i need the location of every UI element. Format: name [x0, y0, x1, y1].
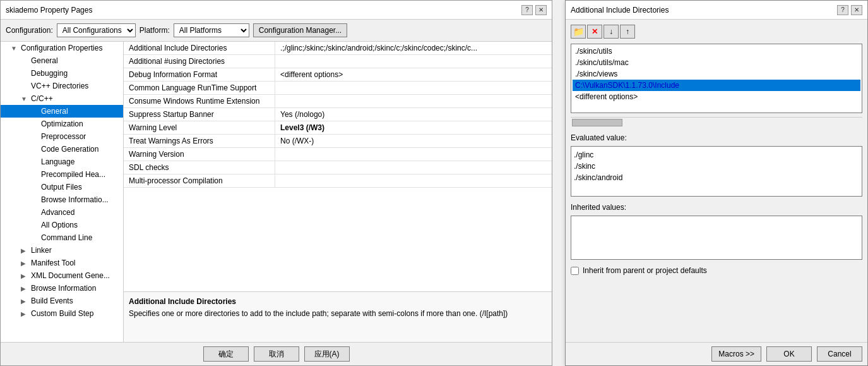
evaluated-label: Evaluated value: [571, 133, 862, 142]
eval-line: ./glinc [574, 149, 859, 161]
apply-button[interactable]: 应用(A) [304, 346, 350, 362]
tree-item-label: Custom Build Step [31, 309, 93, 318]
expand-icon: ▼ [21, 95, 31, 102]
description-area: Additional Include Directories Specifies… [124, 291, 552, 342]
tree-item-xml-doc[interactable]: ▶ XML Document Gene... [1, 269, 123, 282]
tree-item-browse-info-cpp[interactable]: Browse Informatio... [1, 193, 123, 206]
props-row-additional-using[interactable]: Additional #using Directories [124, 55, 552, 68]
content-area: ▼ Configuration Properties General Debug… [1, 42, 552, 342]
tree-item-label: Configuration Properties [21, 44, 102, 52]
props-row-clr[interactable]: Common Language RunTime Support [124, 82, 552, 95]
move-down-button[interactable]: ↓ [603, 25, 619, 39]
expand-icon: ▶ [21, 298, 31, 305]
aid-ok-button[interactable]: OK [766, 346, 812, 362]
props-table: Additional Include Directories .;/glinc;… [124, 42, 552, 291]
inherit-checkbox[interactable] [571, 267, 579, 275]
main-titlebar: skiademo Property Pages ? ✕ [1, 1, 552, 20]
tree-item-custom-build[interactable]: ▶ Custom Build Step [1, 307, 123, 320]
list-item[interactable]: <different options> [573, 91, 860, 102]
inherit-checkbox-row: Inherit from parent or project defaults [571, 266, 862, 275]
tree-item-command-line[interactable]: Command Line [1, 231, 123, 244]
help-button[interactable]: ? [521, 5, 533, 15]
tree-item-browse-information[interactable]: ▶ Browse Information [1, 282, 123, 295]
move-up-button[interactable]: ↑ [620, 25, 635, 39]
list-item[interactable]: ./skinc/utils/mac [573, 57, 860, 68]
tree-item-language[interactable]: Language [1, 156, 123, 168]
tree-item-build-events[interactable]: ▶ Build Events [1, 295, 123, 307]
tree-item-config-props[interactable]: ▼ Configuration Properties [1, 42, 123, 54]
desc-text: Specifies one or more directories to add… [129, 308, 547, 319]
tree-item-general[interactable]: General [1, 54, 123, 67]
list-item[interactable]: ./skinc/utils [573, 46, 860, 57]
expand-icon: ▶ [21, 260, 31, 267]
config-select[interactable]: All Configurations [57, 23, 136, 37]
tree-panel: ▼ Configuration Properties General Debug… [1, 42, 124, 342]
tree-item-label: Code Generation [41, 145, 98, 154]
props-row-warning-version[interactable]: Warning Version [124, 148, 552, 161]
props-row-treat-warnings[interactable]: Treat Warnings As Errors No (/WX-) [124, 135, 552, 148]
tree-item-label: Advanced [41, 208, 74, 217]
tree-item-label: Language [41, 157, 74, 166]
aid-directories-list[interactable]: ./skinc/utils ./skinc/utils/mac ./skinc/… [571, 44, 862, 113]
delete-icon: ✕ [592, 27, 598, 36]
tree-item-label: VC++ Directories [31, 82, 88, 90]
props-row-debug-format[interactable]: Debug Information Format <different opti… [124, 68, 552, 82]
list-item[interactable]: ./skinc/views [573, 68, 860, 80]
prop-value [275, 148, 552, 161]
main-title: skiademo Property Pages [6, 6, 92, 15]
horizontal-scrollbar[interactable] [571, 117, 862, 127]
eval-line: ./skinc [574, 161, 859, 172]
prop-value [275, 174, 552, 187]
cancel-button[interactable]: 取消 [254, 346, 299, 362]
props-row-warning-level[interactable]: Warning Level Level3 (/W3) [124, 121, 552, 135]
props-row-suppress[interactable]: Suppress Startup Banner Yes (/nologo) [124, 108, 552, 121]
tree-item-advanced[interactable]: Advanced [1, 206, 123, 219]
tree-item-precompiled[interactable]: Precompiled Hea... [1, 168, 123, 181]
tree-item-label: Linker [31, 246, 52, 255]
prop-value: .;/glinc;/skinc;/skinc/android;/skinc/c;… [275, 42, 552, 54]
aid-close-button[interactable]: ✕ [851, 5, 862, 15]
props-row-sdl[interactable]: SDL checks [124, 161, 552, 174]
tree-item-debugging[interactable]: Debugging [1, 67, 123, 80]
dialog-footer: 确定 取消 应用(A) [1, 342, 552, 365]
aid-title: Additional Include Directories [571, 6, 669, 15]
props-row-multiprocessor[interactable]: Multi-processor Compilation [124, 174, 552, 188]
config-manager-button[interactable]: Configuration Manager... [253, 23, 347, 37]
prop-name: Suppress Startup Banner [124, 108, 275, 121]
prop-name: Consume Windows Runtime Extension [124, 95, 275, 107]
list-item[interactable]: C:\VulkanSDK\1.1.73.0\Include [573, 80, 860, 91]
config-bar: Configuration: All Configurations Platfo… [1, 20, 552, 42]
tree-item-vc-dirs[interactable]: VC++ Directories [1, 80, 123, 92]
inherited-label: Inherited values: [571, 203, 862, 212]
aid-cancel-button[interactable]: Cancel [817, 346, 862, 362]
scrollbar-thumb[interactable] [572, 119, 622, 126]
new-folder-button[interactable]: 📁 [571, 25, 586, 39]
ok-button[interactable]: 确定 [203, 346, 249, 362]
tree-item-label: Debugging [31, 69, 68, 78]
aid-footer: Macros >> OK Cancel [566, 342, 867, 365]
expand-icon: ▶ [21, 272, 31, 279]
tree-item-cpp-general[interactable]: General [1, 105, 123, 118]
tree-item-label: Output Files [41, 183, 82, 192]
macros-button[interactable]: Macros >> [711, 346, 761, 362]
props-row-additional-include[interactable]: Additional Include Directories .;/glinc;… [124, 42, 552, 55]
tree-item-preprocessor[interactable]: Preprocessor [1, 130, 123, 143]
aid-help-button[interactable]: ? [837, 5, 848, 15]
close-button[interactable]: ✕ [535, 5, 547, 15]
prop-name: Multi-processor Compilation [124, 174, 275, 187]
tree-item-linker[interactable]: ▶ Linker [1, 244, 123, 257]
tree-item-optimization[interactable]: Optimization [1, 118, 123, 130]
tree-item-cpp[interactable]: ▼ C/C++ [1, 92, 123, 105]
platform-select[interactable]: All Platforms [174, 23, 249, 37]
prop-name: SDL checks [124, 161, 275, 174]
tree-item-all-options[interactable]: All Options [1, 219, 123, 231]
prop-name: Common Language RunTime Support [124, 82, 275, 94]
config-label: Configuration: [6, 26, 53, 35]
tree-item-output-files[interactable]: Output Files [1, 181, 123, 193]
delete-button[interactable]: ✕ [587, 25, 602, 39]
props-row-wrt[interactable]: Consume Windows Runtime Extension [124, 95, 552, 108]
tree-item-label: General [41, 107, 68, 116]
tree-item-manifest-tool[interactable]: ▶ Manifest Tool [1, 257, 123, 269]
tree-item-code-gen[interactable]: Code Generation [1, 143, 123, 156]
prop-value [275, 82, 552, 94]
